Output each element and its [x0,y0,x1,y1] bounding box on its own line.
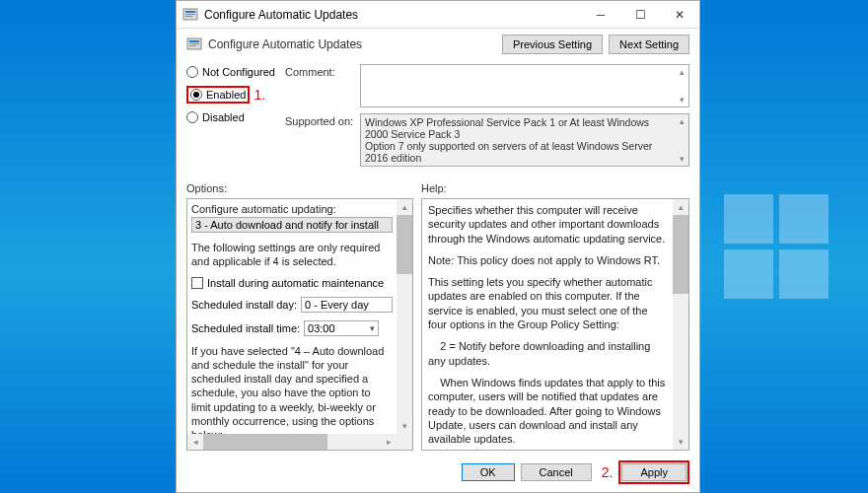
radio-icon [190,89,202,101]
scrollbar-vertical[interactable]: ▴ ▾ [397,199,412,434]
svg-rect-2 [185,14,195,15]
scheduled-time-label: Scheduled install time: [191,322,300,334]
configure-updating-select[interactable]: 3 - Auto download and notify for install [191,217,393,233]
scroll-down-icon: ▾ [397,418,412,434]
help-label: Help: [421,182,447,194]
supported-on-box: Windows XP Professional Service Pack 1 o… [360,113,689,167]
scroll-right-icon: ▸ [381,434,397,450]
svg-rect-6 [189,43,199,44]
comment-label: Comment: [285,64,360,107]
scheduled-time-select[interactable]: 03:00 ▾ [304,320,379,336]
minimize-button[interactable]: ─ [581,1,620,28]
policy-icon [186,36,202,52]
apply-button[interactable]: Apply [621,463,687,481]
radio-disabled[interactable]: Disabled [186,111,285,123]
cancel-button[interactable]: Cancel [521,463,592,481]
dialog-configure-automatic-updates: Configure Automatic Updates ─ ☐ ✕ Config… [176,0,700,493]
scroll-up-icon: ▴ [397,199,412,215]
help-paragraph: Specifies whether this computer will rec… [428,203,667,246]
previous-setting-button[interactable]: Previous Setting [502,35,603,54]
following-settings-text: The following settings are only required… [191,241,393,269]
panes: Configure automatic updating: 3 - Auto d… [177,198,699,455]
section-labels: Options: Help: [177,178,699,198]
radio-not-configured[interactable]: Not Configured [186,66,285,78]
scrollbar[interactable]: ▴ ▾ [675,65,688,106]
state-radio-group: Not Configured Enabled 1. Disabled [186,64,285,173]
chevron-down-icon: ▾ [370,323,375,333]
apply-button-highlight: Apply [618,460,689,484]
scroll-left-icon: ◂ [187,434,203,450]
config-top-area: Not Configured Enabled 1. Disabled Comme… [177,64,699,178]
options-label: Options: [186,182,421,194]
help-paragraph: Note: This policy does not apply to Wind… [428,253,667,267]
help-paragraph: When Windows finds updates that apply to… [428,376,667,446]
right-fields: Comment: ▴ ▾ Supported on: Windows XP Pr… [285,64,689,173]
scheduled-day-label: Scheduled install day: [191,299,297,311]
dialog-button-row: OK Cancel 2. Apply [177,455,699,492]
window-title: Configure Automatic Updates [204,8,581,22]
scrollbar-thumb[interactable] [397,215,412,274]
scroll-up-icon: ▴ [675,65,688,79]
help-paragraph: 2 = Notify before downloading and instal… [428,339,667,368]
radio-icon [186,66,198,78]
policy-icon [182,7,198,23]
limit-updating-text: If you have selected "4 – Auto download … [191,344,393,434]
scroll-up-icon: ▴ [673,199,688,215]
annotation-1: 1. [253,87,265,103]
scrollbar[interactable]: ▴ ▾ [675,114,688,166]
select-value: 03:00 [308,322,370,334]
supported-text: Windows XP Professional Service Pack 1 o… [365,116,685,164]
help-pane: Specifies whether this computer will rec… [421,198,689,451]
select-value: 0 - Every day [305,299,389,311]
checkbox-icon [191,277,203,289]
svg-rect-1 [185,11,195,13]
close-button[interactable]: ✕ [660,1,699,28]
radio-label: Not Configured [202,66,275,78]
desktop-windows-logo [724,194,829,299]
ok-button[interactable]: OK [462,463,515,481]
help-body: Specifies whether this computer will rec… [422,199,673,450]
scrollbar-thumb[interactable] [673,215,688,294]
scrollbar-horizontal[interactable]: ◂ ▸ [187,434,397,450]
options-body: Configure automatic updating: 3 - Auto d… [187,199,397,434]
scheduled-time-row: Scheduled install time: 03:00 ▾ [191,320,393,336]
titlebar[interactable]: Configure Automatic Updates ─ ☐ ✕ [177,1,699,29]
radio-label: Disabled [202,111,245,123]
options-pane: Configure automatic updating: 3 - Auto d… [186,198,413,451]
maximize-button[interactable]: ☐ [620,1,660,28]
configure-updating-label: Configure automatic updating: [191,203,393,215]
supported-label: Supported on: [285,113,360,167]
svg-rect-5 [189,40,199,42]
comment-textarea[interactable]: ▴ ▾ [360,64,689,107]
policy-name: Configure Automatic Updates [208,37,496,51]
checkbox-label: Install during automatic maintenance [207,277,384,289]
scrollbar-thumb[interactable] [203,434,327,450]
scroll-down-icon: ▾ [673,434,688,450]
header-row: Configure Automatic Updates Previous Set… [177,29,699,64]
radio-icon [186,111,198,123]
scroll-down-icon: ▾ [675,93,688,106]
svg-rect-7 [189,45,196,46]
svg-rect-3 [185,16,192,17]
scroll-corner [397,434,412,450]
scroll-down-icon: ▾ [675,152,688,166]
help-paragraph: This setting lets you specify whether au… [428,275,667,331]
annotation-2: 2. [602,464,614,480]
next-setting-button[interactable]: Next Setting [609,35,689,54]
window-controls: ─ ☐ ✕ [581,1,699,28]
scrollbar-vertical[interactable]: ▴ ▾ [673,199,688,450]
scroll-up-icon: ▴ [675,114,688,128]
scheduled-day-select[interactable]: 0 - Every day [301,297,393,313]
scheduled-day-row: Scheduled install day: 0 - Every day [191,297,393,313]
maintenance-checkbox-row[interactable]: Install during automatic maintenance [191,277,393,289]
select-value: 3 - Auto download and notify for install [195,219,389,231]
radio-enabled[interactable]: Enabled [186,86,250,104]
radio-label: Enabled [206,89,246,101]
